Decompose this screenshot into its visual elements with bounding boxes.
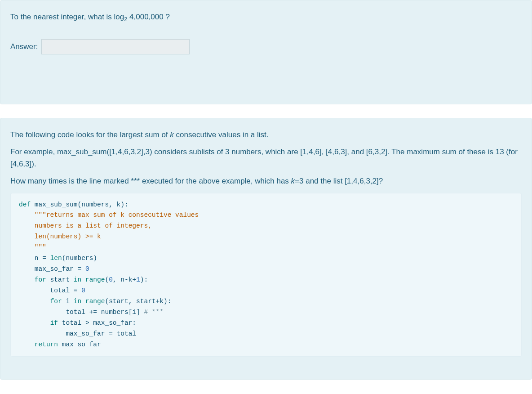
q1-prompt-pre: To the nearest integer, what is log [10,13,124,21]
code-l08e: , n-k+ [113,276,136,283]
q2-p3-mid: =3 and the list [1,4,6,3,2]? [295,177,383,185]
q2-p3: How many times is the line marked *** ex… [10,175,522,187]
code-l08-for: for [35,276,46,283]
code-l14-ret: return [35,341,58,348]
code-l08-zero: 0 [109,276,113,283]
code-l08b: start [46,276,74,283]
code-l14b: max_so_far [58,341,101,348]
code-l10b: i [62,298,74,305]
code-l06-len: len [50,255,62,262]
code-l08a [19,276,35,283]
code-l02: """returns max sum of k consecutive valu… [19,211,199,219]
code-kw-def: def [19,201,31,208]
code-l07a: max_so_far = [19,265,85,273]
code-l04: len(numbers) >= k [19,233,101,240]
code-l10a [19,298,50,305]
q1-answer-row: Answer: [10,39,522,54]
code-l08-range: range [85,276,105,283]
q1-prompt: To the nearest integer, what is log2 4,0… [10,11,522,24]
code-l12-if: if [50,319,58,327]
question-panel-maxsubsum: The following code looks for the largest… [0,118,532,380]
code-l06b: (numbers) [62,255,97,262]
code-l12a [19,319,50,327]
q2-p1-post: consecutive values in a list. [174,130,269,139]
code-l05: """ [19,244,46,251]
q1-answer-input[interactable] [41,39,190,54]
q1-prompt-post: 4,000,000 ? [127,13,170,21]
code-l09a: total = [19,287,81,294]
code-l07-num: 0 [85,265,89,273]
code-l10c [81,298,85,305]
code-l09-num: 0 [81,287,85,294]
code-l12b: total > max_so_far: [58,319,136,327]
code-l14a [19,341,35,348]
code-l13: max_so_far = total [19,330,136,337]
q2-p3-k: k [291,177,295,185]
code-l01-rest: max_sub_sum(numbers, k): [31,201,129,208]
q1-answer-label: Answer: [10,42,38,51]
q2-p1-pre: The following code looks for the largest… [10,130,170,139]
code-block: def max_sub_sum(numbers, k): """returns … [10,193,522,357]
code-l10d: (start, start+k): [105,298,171,305]
code-l11a: total += numbers[i] [19,309,144,316]
code-l10-range: range [85,298,105,305]
code-l08-one: 1 [136,276,140,283]
code-l11-cmt: # *** [144,309,164,316]
code-l08d: ( [105,276,109,283]
code-l08f: ): [140,276,148,283]
code-l06a: n = [19,255,50,262]
code-l03: numbers is a list of integers, [19,222,152,229]
q2-p1-k: k [170,130,174,139]
code-l08c [81,276,85,283]
code-l08-in: in [74,276,81,283]
code-l10-in: in [74,298,81,305]
q2-p1: The following code looks for the largest… [10,129,522,141]
q2-p2: For example, max_sub_sum([1,4,6,3,2],3) … [10,146,522,170]
question-panel-log2: To the nearest integer, what is log2 4,0… [0,0,532,104]
q2-p3-pre: How many times is the line marked *** ex… [10,177,291,185]
code-l10-for: for [50,298,62,305]
